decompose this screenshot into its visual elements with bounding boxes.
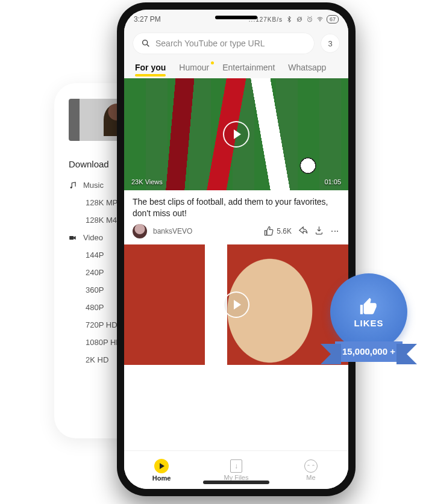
nav-me[interactable]: Me [274,451,348,489]
phone-screen: 3:27 PM ...127KB/s 67 Search YouTube or … [124,10,348,489]
status-bar: 3:27 PM ...127KB/s 67 [124,10,348,29]
download-icon [314,225,324,235]
video-views: 23K Views [131,178,163,185]
play-icon[interactable] [223,291,249,318]
music-label: Music [83,181,104,190]
video-title[interactable]: The best clips of football, add them to … [124,190,348,223]
video-label: Video [83,233,103,242]
notification-count[interactable]: 3 [321,34,340,53]
like-button[interactable]: 5.6K [264,226,292,236]
nav-home[interactable]: Home [124,451,199,489]
svg-rect-1 [69,236,74,240]
author-avatar[interactable] [133,224,147,238]
svg-point-5 [319,20,320,21]
vibrate-icon [296,16,303,23]
home-play-icon [154,459,169,473]
alarm-icon [306,16,313,23]
search-input[interactable]: Search YouTube or type URL [133,33,315,54]
search-placeholder: Search YouTube or type URL [155,39,265,48]
wifi-icon [316,16,324,23]
music-note-icon [69,181,77,190]
share-icon [298,225,308,235]
svg-line-7 [147,45,149,46]
like-count: 5.6K [277,227,292,235]
share-button[interactable] [298,225,308,237]
video-duration: 01:05 [324,178,341,185]
status-time: 3:27 PM [134,15,161,23]
search-row: Search YouTube or type URL 3 [124,29,348,58]
tab-humour[interactable]: Humour [179,63,209,72]
phone-frame: 3:27 PM ...127KB/s 67 Search YouTube or … [117,2,356,496]
video-meta-row: banksVEVO 5.6K ⋮ [124,223,348,244]
nav-my-files[interactable]: My Files [199,451,274,489]
search-icon [141,39,151,48]
play-icon[interactable] [223,121,249,148]
tab-entertainment[interactable]: Entertainment [222,63,275,72]
likes-label: LIKES [354,318,383,328]
svg-line-3 [297,17,302,22]
author-name[interactable]: banksVEVO [153,227,192,235]
thumbs-up-icon [264,226,274,236]
status-battery: 67 [327,15,339,23]
thumbs-up-icon [359,296,379,317]
dot-indicator-icon [211,61,214,64]
category-tabs: For you Humour Entertainment Whatsapp [124,58,348,78]
download-button[interactable] [314,225,324,237]
video-feed[interactable]: 23K Views 01:05 The best clips of footba… [124,78,348,489]
tab-for-you[interactable]: For you [135,63,166,72]
me-face-icon [304,459,318,473]
files-icon [230,459,242,473]
svg-point-6 [143,40,148,45]
tab-whatsapp[interactable]: Whatsapp [288,63,326,72]
video-thumbnail[interactable]: 23K Views 01:05 [124,78,348,190]
bottom-nav: Home My Files Me [124,450,348,489]
status-network: ...127KB/s [249,16,283,23]
video-camera-icon [69,234,77,242]
more-button[interactable]: ⋮ [330,227,340,235]
bluetooth-icon [286,16,293,23]
video-thumbnail[interactable] [124,244,348,365]
svg-point-0 [70,187,72,188]
